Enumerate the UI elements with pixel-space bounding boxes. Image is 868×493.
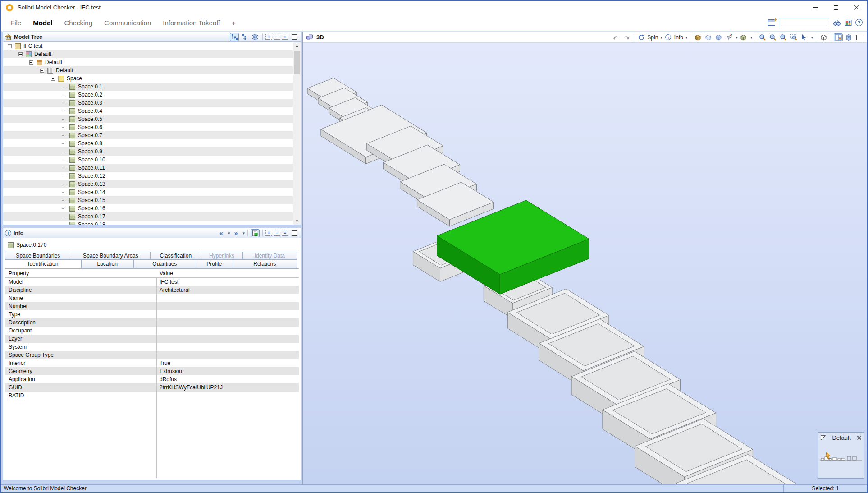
previous-selection-icon[interactable]: « [217, 229, 226, 237]
spin-dropdown-icon[interactable]: ▾ [660, 35, 662, 40]
property-column-header[interactable]: Property [5, 270, 156, 276]
paint-bucket-icon[interactable] [724, 33, 733, 41]
layers-icon[interactable] [844, 33, 853, 41]
tree-node-default[interactable]: Default [3, 58, 293, 66]
collapse-node-icon[interactable] [18, 52, 23, 56]
zoom-icon[interactable] [758, 33, 767, 41]
info-dropdown-icon[interactable]: ▾ [685, 35, 688, 40]
ghost-cube-icon[interactable] [714, 33, 723, 41]
info-mode-icon[interactable]: i [664, 33, 673, 41]
collapse-all-icon[interactable]: − [274, 230, 280, 236]
undo-icon[interactable] [612, 33, 621, 41]
select-dropdown-icon[interactable]: ▾ [811, 35, 813, 40]
add-view-icon[interactable] [768, 19, 775, 26]
tree-scrollbar[interactable]: ▲ ▼ [293, 42, 301, 225]
next-selection-icon[interactable]: » [231, 229, 240, 237]
tree-node-space[interactable]: Space [3, 74, 293, 83]
help-icon[interactable]: ? [855, 19, 863, 26]
tree-node-space-0-12[interactable]: Space.0.12 [3, 172, 293, 180]
tree-node-space-0-3[interactable]: Space.0.3 [3, 99, 293, 107]
tree-node-space-0-8[interactable]: Space.0.8 [3, 139, 293, 147]
expand-level-icon[interactable]: = [282, 34, 288, 40]
column-divider[interactable] [156, 278, 157, 478]
collapse-node-icon[interactable] [29, 60, 33, 65]
scrollbar-thumb[interactable] [294, 51, 300, 74]
solid-cube-icon[interactable] [693, 33, 702, 41]
tree-node-space-0-4[interactable]: Space.0.4 [3, 107, 293, 115]
find-icon[interactable] [833, 19, 841, 26]
layout-icon[interactable] [834, 33, 843, 41]
menu-item-model[interactable]: Model [27, 14, 58, 31]
zoom-out-icon[interactable] [779, 33, 788, 41]
tree-node-space-0-9[interactable]: Space.0.9 [3, 147, 293, 156]
tree-node-space-0-14[interactable]: Space.0.14 [3, 188, 293, 196]
roles-icon[interactable] [845, 19, 852, 26]
tab-location[interactable]: Location [81, 259, 134, 268]
tree-node-space-0-15[interactable]: Space.0.15 [3, 196, 293, 204]
value-column-header[interactable]: Value [156, 270, 299, 276]
preset-close-icon[interactable] [857, 435, 862, 440]
tree-node-space-0-7[interactable]: Space.0.7 [3, 131, 293, 139]
maximize-panel-icon[interactable] [290, 33, 299, 41]
select-cursor-icon[interactable] [799, 33, 809, 41]
expand-level-icon[interactable]: = [282, 230, 288, 236]
tree-node-space-0-6[interactable]: Space.0.6 [3, 123, 293, 131]
tree-node-space-0-18[interactable]: Space.0.18 [3, 221, 293, 225]
tab-profile[interactable]: Profile [196, 259, 233, 268]
collapse-node-icon[interactable] [40, 69, 44, 73]
maximize-panel-icon[interactable] [854, 33, 863, 41]
menu-item-checking[interactable]: Checking [59, 14, 99, 31]
tree-node-space-0-5[interactable]: Space.0.5 [3, 115, 293, 123]
search-input[interactable] [779, 18, 829, 27]
close-button[interactable] [846, 1, 867, 14]
scroll-down-icon[interactable]: ▼ [293, 217, 301, 225]
tab-relations[interactable]: Relations [233, 259, 297, 268]
expand-all-icon[interactable]: + [265, 34, 272, 40]
tab-space-boundary-areas[interactable]: Space Boundary Areas [71, 252, 151, 259]
expand-all-icon[interactable]: + [265, 230, 272, 236]
tab-space-boundaries[interactable]: Space Boundaries [5, 252, 71, 259]
component-dropdown-icon[interactable]: ▾ [750, 35, 753, 40]
white-cube-icon[interactable] [819, 33, 828, 41]
tab-identification[interactable]: Identification [5, 259, 82, 268]
tree-node-space-0-17[interactable]: Space.0.17 [3, 212, 293, 221]
tree-node-space-0-16[interactable]: Space.0.16 [3, 204, 293, 212]
menu-item-file[interactable]: File [5, 14, 27, 31]
zoom-window-icon[interactable] [789, 33, 798, 41]
layers-icon[interactable] [251, 33, 260, 41]
tree-node-space-0-10[interactable]: Space.0.10 [3, 156, 293, 164]
list-hierarchy-icon[interactable] [240, 33, 249, 41]
3d-canvas[interactable]: Default [303, 43, 867, 484]
maximize-panel-icon[interactable] [290, 229, 299, 237]
tab-classification[interactable]: Classification [150, 252, 201, 259]
scroll-up-icon[interactable]: ▲ [293, 42, 301, 49]
tab-quantities[interactable]: Quantities [133, 259, 196, 268]
spin-icon[interactable] [637, 33, 646, 41]
tree-node-space-0-2[interactable]: Space.0.2 [3, 91, 293, 99]
collapse-node-icon[interactable] [8, 44, 12, 48]
transparent-cube-icon[interactable] [704, 33, 713, 41]
spin-label[interactable]: Spin [647, 34, 658, 41]
previous-dropdown-icon[interactable]: ▾ [228, 231, 230, 235]
next-dropdown-icon[interactable]: ▾ [242, 231, 245, 235]
tree-node-space-0-1[interactable]: Space.0.1 [3, 83, 293, 91]
preset-corner-icon[interactable] [820, 435, 826, 441]
collapse-all-icon[interactable]: − [274, 34, 280, 40]
component-cube-icon[interactable] [739, 33, 748, 41]
menu-item-communication[interactable]: Communication [98, 14, 157, 31]
menu-item-information-takeoff[interactable]: Information Takeoff [157, 14, 226, 31]
tree-node-default[interactable]: Default [3, 66, 293, 74]
selection-hierarchy-icon[interactable] [230, 33, 239, 41]
maximize-button[interactable] [826, 1, 846, 14]
follow-selection-icon[interactable] [251, 229, 260, 237]
zoom-in-icon[interactable] [768, 33, 777, 41]
minimize-button[interactable] [805, 1, 826, 14]
redo-icon[interactable] [622, 33, 631, 41]
paint-dropdown-icon[interactable]: ▾ [736, 35, 738, 40]
info-label[interactable]: Info [674, 34, 683, 41]
tree-node-space-0-13[interactable]: Space.0.13 [3, 180, 293, 188]
tree-node-ifc-test[interactable]: IFC test [3, 42, 293, 50]
tree-node-space-0-11[interactable]: Space.0.11 [3, 164, 293, 172]
collapse-node-icon[interactable] [51, 77, 55, 81]
menu-item-plus[interactable]: + [226, 14, 242, 31]
